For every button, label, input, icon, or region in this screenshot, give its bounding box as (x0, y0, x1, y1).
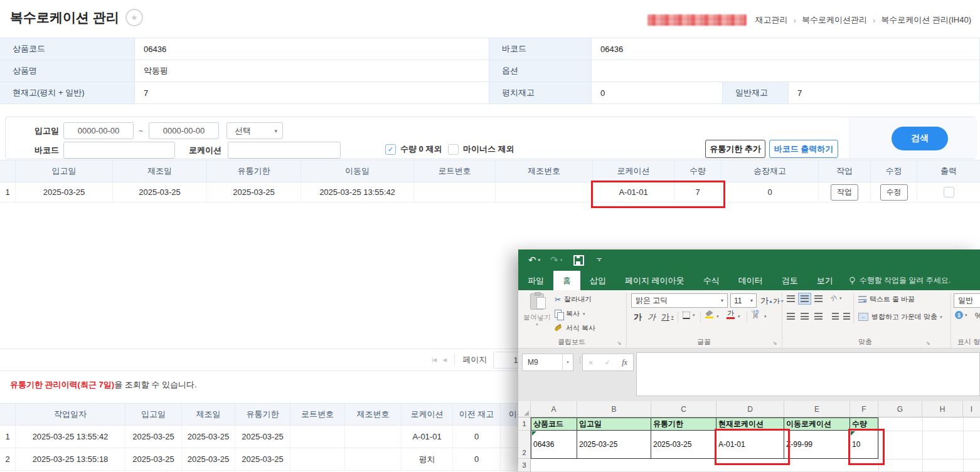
cell-B2[interactable]: 2025-03-25 (577, 431, 651, 459)
date-tilde: ~ (139, 122, 143, 139)
first-page-icon[interactable]: |◀ (432, 357, 436, 363)
barcode-input[interactable] (63, 142, 175, 159)
font-color-button[interactable]: 가 (727, 310, 735, 319)
breadcrumb-item[interactable]: 복수로케이션 관리(IH40) (881, 14, 971, 26)
cancel-icon[interactable]: × (589, 358, 594, 367)
select-all-corner[interactable] (518, 401, 531, 417)
name-box-dropdown-icon[interactable]: ▾ (562, 354, 573, 370)
paste-button[interactable]: 붙여넣기 ▾ (523, 293, 551, 336)
clipboard-dialog-launcher[interactable] (616, 340, 622, 346)
align-center-icon[interactable] (801, 313, 809, 320)
search-button[interactable]: 검색 (892, 127, 948, 150)
col-header-I[interactable]: I (963, 401, 980, 417)
align-left-icon[interactable] (787, 313, 795, 320)
align-right-icon[interactable] (814, 313, 823, 320)
breadcrumb-item[interactable]: 재고관리 (755, 14, 788, 26)
tab-formulas[interactable]: 수식 (694, 271, 729, 290)
shrink-font-button[interactable]: 가▼ (773, 296, 784, 306)
row-header-3[interactable]: 3 (518, 459, 531, 472)
exclude-minus-checkbox[interactable]: 마이너스 제외 (448, 143, 514, 155)
formula-input[interactable] (636, 352, 980, 396)
cell-E2[interactable]: Z-99-99 (784, 431, 850, 459)
fill-color-dropdown[interactable]: ▾ (716, 314, 719, 319)
cut-button[interactable]: ✂ 잘라내기 (555, 295, 592, 304)
font-size-combo[interactable]: 11▾ (730, 293, 757, 308)
align-dialog-launcher[interactable] (925, 340, 931, 346)
underline-button[interactable]: 가▾ (661, 312, 674, 323)
tab-view[interactable]: 보기 (807, 271, 843, 290)
col-header-E[interactable]: E (784, 401, 850, 417)
font-dialog-launcher[interactable] (772, 340, 778, 346)
col-header-H[interactable]: H (922, 401, 963, 417)
orientation-button[interactable]: 가 ▾ (831, 294, 842, 303)
cell-C2[interactable]: 2025-03-25 (651, 431, 716, 459)
print-checkbox[interactable] (944, 187, 954, 197)
location-label: 로케이션 (189, 142, 221, 159)
phonetic-guide-button[interactable]: 내천 川 (752, 310, 759, 318)
col-header-B[interactable]: B (577, 401, 651, 417)
prev-page-icon[interactable]: ◀ (442, 357, 447, 363)
exclude-zero-checkbox[interactable]: ✓ 수량 0 제외 (385, 143, 442, 155)
print-barcode-button[interactable]: 바코드 출력하기 (769, 140, 838, 158)
cell-D1[interactable]: 현재로케이션 (716, 418, 784, 431)
enter-icon[interactable]: ✓ (605, 359, 610, 367)
row-header-2[interactable]: 2 (518, 431, 531, 459)
cell-F1[interactable]: 수량 (850, 418, 878, 431)
align-top-icon[interactable] (787, 295, 795, 302)
italic-button[interactable]: 가 (647, 312, 656, 323)
number-format-combo[interactable]: 일반 (954, 293, 980, 308)
cell-A2[interactable]: 06436 (531, 431, 577, 459)
tab-home[interactable]: 홈 (553, 271, 580, 290)
tab-data[interactable]: 데이터 (729, 271, 772, 290)
decrease-indent-icon[interactable] (832, 313, 839, 320)
insert-function-icon[interactable]: fx (622, 358, 627, 367)
borders-button[interactable]: ▾ (683, 312, 695, 319)
location-input[interactable] (228, 142, 341, 159)
increase-indent-icon[interactable] (843, 313, 850, 320)
align-bottom-icon[interactable] (814, 295, 823, 302)
align-middle-icon[interactable] (798, 293, 811, 305)
wrap-text-button[interactable]: ↵ 텍스트 줄 바꿈 (858, 295, 915, 304)
row-header-1[interactable]: 1 (518, 417, 531, 431)
cell-D2[interactable]: A-01-01 (716, 431, 784, 459)
save-icon[interactable] (573, 255, 584, 266)
font-color-dropdown[interactable]: ▾ (738, 314, 740, 319)
copy-button[interactable]: 복사 ▾ (555, 309, 585, 318)
redo-icon[interactable]: ↷▾ (550, 254, 562, 266)
tab-page-layout[interactable]: 페이지 레이아웃 (615, 271, 694, 290)
tab-file[interactable]: 파일 (518, 271, 553, 290)
date-range-select[interactable]: 선택 (226, 122, 283, 139)
phonetic-dropdown[interactable]: ▾ (764, 314, 767, 319)
grow-font-button[interactable]: 가▲ (760, 295, 773, 307)
col-header-A[interactable]: A (531, 401, 577, 417)
tab-review[interactable]: 검토 (772, 271, 807, 290)
edit-button[interactable]: 수정 (880, 184, 908, 201)
cell-C1[interactable]: 유통기한 (651, 418, 716, 431)
font-name-combo[interactable]: 맑은 고딕▾ (631, 293, 728, 308)
add-expiry-button[interactable]: 유통기한 추가 (705, 140, 765, 158)
col-header-F[interactable]: F (850, 401, 878, 417)
cell-E1[interactable]: 이동로케이션 (784, 418, 850, 431)
tell-me-box[interactable]: 수행할 작업을 알려 주세요. (849, 275, 951, 286)
col-header-D[interactable]: D (716, 401, 784, 417)
format-painter-button[interactable]: 서식 복사 (555, 323, 595, 333)
bold-button[interactable]: 가 (634, 312, 642, 323)
favorite-star-icon[interactable]: ★ (125, 9, 143, 26)
breadcrumb-item[interactable]: 복수로케이션관리 (802, 14, 867, 26)
date-to-input[interactable] (149, 122, 219, 139)
name-box[interactable]: M9 ▾ (522, 354, 573, 371)
cell-A1[interactable]: 상품코드 (531, 418, 577, 431)
undo-icon[interactable]: ↶▾ (528, 254, 540, 266)
merge-center-button[interactable]: ↔ 병합하고 가운데 맞춤 ▾ (858, 312, 942, 322)
qat-customize-icon[interactable]: ▾ (597, 258, 602, 262)
work-button[interactable]: 작업 (831, 184, 858, 201)
cell-B1[interactable]: 입고일 (577, 418, 651, 431)
percent-style-button[interactable]: % (975, 311, 980, 320)
results-table-row[interactable]: 1 2025-03-25 2025-03-25 2025-03-25 2025-… (0, 182, 980, 202)
col-header-G[interactable]: G (878, 401, 922, 417)
date-from-input[interactable] (63, 122, 134, 139)
col-header-C[interactable]: C (651, 401, 716, 417)
tab-insert[interactable]: 삽입 (580, 271, 615, 290)
accounting-format-button[interactable]: $ ▾ (955, 311, 967, 319)
fill-color-button[interactable] (705, 310, 713, 318)
